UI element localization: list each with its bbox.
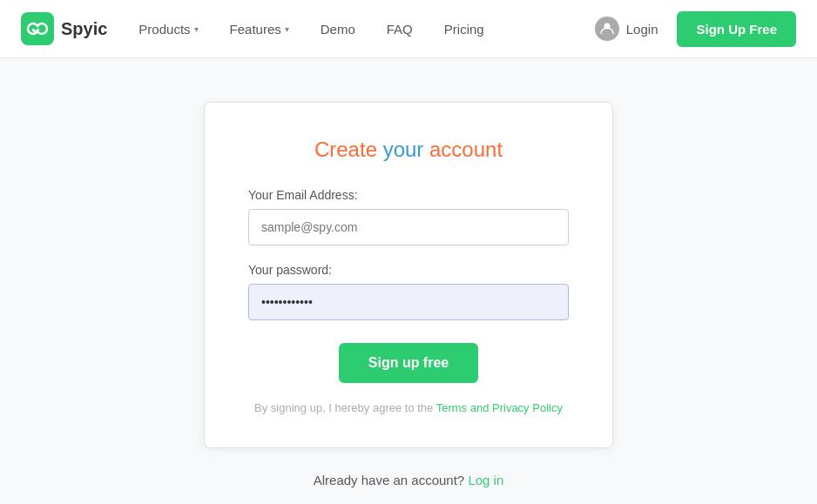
signup-card: Create your account Your Email Address: … bbox=[204, 102, 613, 448]
email-input[interactable] bbox=[248, 209, 569, 245]
password-label: Your password: bbox=[248, 263, 569, 277]
nav-products-label: Products bbox=[138, 22, 190, 37]
main-content: Create your account Your Email Address: … bbox=[0, 58, 817, 504]
nav-item-demo[interactable]: Demo bbox=[307, 15, 369, 44]
chevron-down-icon: ▾ bbox=[194, 24, 199, 34]
nav-faq-label: FAQ bbox=[387, 22, 413, 37]
logo-icon bbox=[21, 12, 54, 45]
nav-item-faq[interactable]: FAQ bbox=[373, 15, 427, 44]
nav-pricing-label: Pricing bbox=[444, 22, 484, 37]
login-button[interactable]: Login bbox=[583, 10, 671, 48]
title-account: account bbox=[423, 138, 503, 161]
nav-items: Products ▾ Features ▾ Demo FAQ Pricing bbox=[125, 15, 582, 44]
email-label: Your Email Address: bbox=[248, 188, 569, 202]
title-your: your bbox=[383, 138, 424, 161]
nav-item-products[interactable]: Products ▾ bbox=[125, 15, 212, 44]
login-label: Login bbox=[626, 22, 658, 37]
user-icon bbox=[595, 17, 619, 41]
nav-features-label: Features bbox=[230, 22, 281, 37]
logo-text: Spyic bbox=[61, 19, 107, 39]
nav-demo-label: Demo bbox=[321, 22, 355, 37]
terms-prefix: By signing up, I hereby agree to the bbox=[254, 401, 436, 414]
logo-link[interactable]: Spyic bbox=[21, 12, 107, 45]
terms-text: By signing up, I hereby agree to the Ter… bbox=[248, 400, 569, 416]
chevron-down-icon: ▾ bbox=[285, 24, 289, 34]
login-link[interactable]: Log in bbox=[468, 473, 503, 487]
already-have-account-text: Already have an account? bbox=[314, 473, 469, 487]
navbar: Spyic Products ▾ Features ▾ Demo FAQ Pri… bbox=[0, 0, 817, 58]
bottom-text: Already have an account? Log in bbox=[314, 473, 504, 487]
nav-item-features[interactable]: Features ▾ bbox=[216, 15, 303, 44]
nav-signup-button[interactable]: Sign Up Free bbox=[677, 11, 796, 47]
email-group: Your Email Address: bbox=[248, 188, 569, 245]
password-input[interactable] bbox=[248, 284, 569, 320]
terms-link[interactable]: Terms and Privacy Policy bbox=[436, 401, 563, 414]
nav-right: Login Sign Up Free bbox=[583, 10, 796, 48]
signup-submit-button[interactable]: Sign up free bbox=[339, 343, 478, 383]
password-group: Your password: bbox=[248, 263, 569, 320]
nav-item-pricing[interactable]: Pricing bbox=[430, 15, 498, 44]
card-title: Create your account bbox=[248, 138, 569, 162]
title-create: Create bbox=[314, 138, 383, 161]
